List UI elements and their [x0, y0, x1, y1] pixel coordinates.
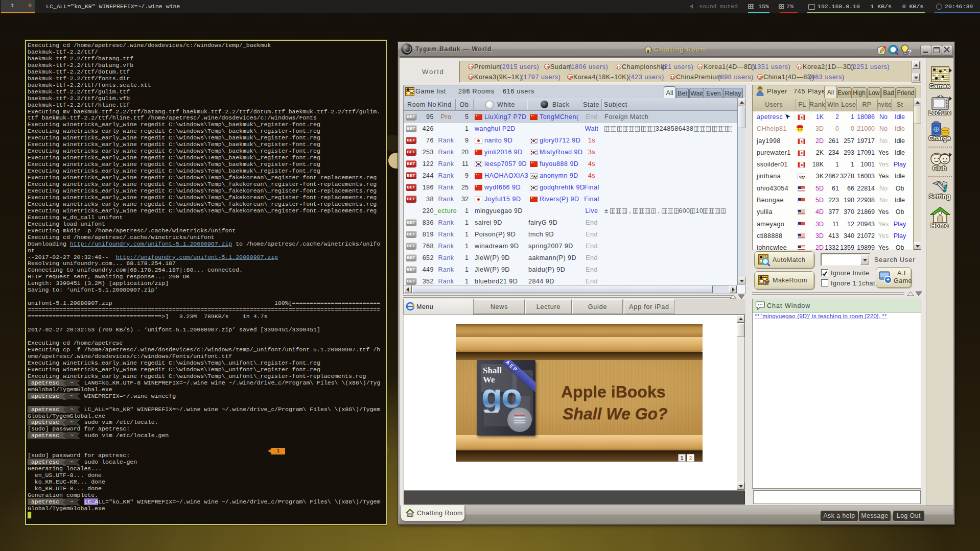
svg-text:?: ? — [907, 48, 912, 56]
